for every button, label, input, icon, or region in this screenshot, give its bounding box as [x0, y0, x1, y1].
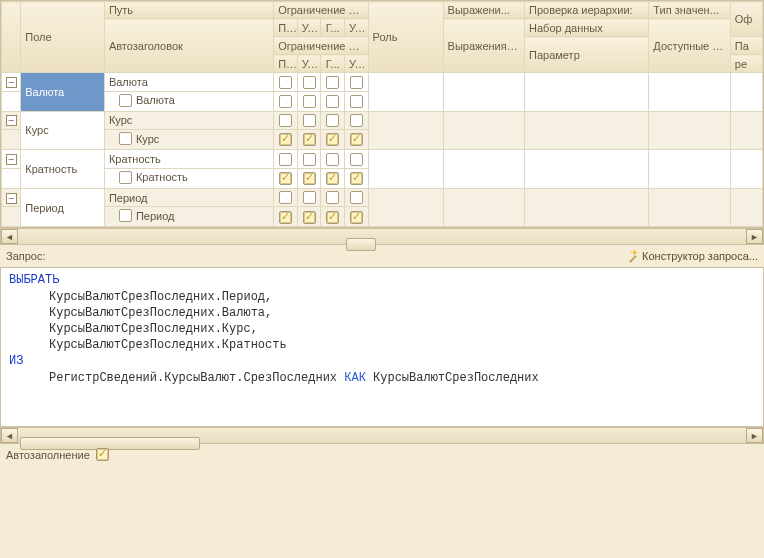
restrict-checkbox[interactable]: [279, 153, 292, 166]
restrict-checkbox[interactable]: [279, 172, 292, 185]
autofill-label: Автозаполнение: [6, 449, 90, 461]
fields-table: Поле Путь Ограничение поля Роль Выражени…: [0, 0, 764, 228]
col-role[interactable]: Роль: [368, 2, 443, 73]
code-hscroll[interactable]: ◄ ►: [0, 427, 764, 444]
expand-toggle[interactable]: −: [2, 73, 21, 92]
restrict-checkbox[interactable]: [303, 95, 316, 108]
field-name[interactable]: Кратность: [21, 150, 105, 189]
title-checkbox[interactable]: [119, 209, 132, 222]
col-avail[interactable]: Доступные значения: [649, 19, 730, 73]
col-re[interactable]: ре: [730, 55, 762, 73]
col-dataset[interactable]: Набор данных: [525, 19, 649, 37]
query-text[interactable]: ВЫБРАТЬ КурсыВалютСрезПоследних.Период, …: [0, 267, 764, 427]
title-checkbox[interactable]: [119, 171, 132, 184]
restrict-checkbox[interactable]: [279, 211, 292, 224]
restrict-checkbox[interactable]: [279, 191, 292, 204]
col-expr[interactable]: Выражени...: [443, 2, 524, 19]
title-checkbox[interactable]: [119, 132, 132, 145]
restrict-checkbox[interactable]: [279, 133, 292, 146]
query-constructor-button[interactable]: Конструктор запроса...: [624, 249, 758, 263]
restrict-checkbox[interactable]: [350, 76, 363, 89]
query-label: Запрос:: [6, 250, 46, 262]
restrict-checkbox[interactable]: [303, 76, 316, 89]
title-checkbox[interactable]: [119, 94, 132, 107]
svg-point-1: [633, 251, 637, 255]
field-name[interactable]: Курс: [21, 111, 105, 150]
path-cell[interactable]: Период: [104, 188, 273, 207]
restrict-checkbox[interactable]: [350, 133, 363, 146]
col-order[interactable]: Выражения упорядочив...: [443, 19, 524, 73]
restrict-checkbox[interactable]: [279, 76, 292, 89]
scroll-right-icon[interactable]: ►: [746, 229, 763, 244]
restrict-checkbox[interactable]: [350, 95, 363, 108]
restrict-checkbox[interactable]: [303, 172, 316, 185]
autotitle-cell[interactable]: Курс: [104, 130, 273, 150]
restrict-checkbox[interactable]: [326, 191, 339, 204]
path-cell[interactable]: Кратность: [104, 150, 273, 169]
expand-toggle[interactable]: −: [2, 150, 21, 169]
restrict-checkbox[interactable]: [303, 191, 316, 204]
restrict-checkbox[interactable]: [350, 153, 363, 166]
col-param[interactable]: Параметр: [525, 37, 649, 73]
wand-icon: [624, 249, 638, 263]
restrict-checkbox[interactable]: [303, 153, 316, 166]
autofill-checkbox[interactable]: [96, 448, 109, 461]
constructor-label: Конструктор запроса...: [642, 250, 758, 262]
restrict-checkbox[interactable]: [326, 76, 339, 89]
table-hscroll[interactable]: ◄ ►: [0, 228, 764, 245]
scroll-right-icon[interactable]: ►: [746, 428, 763, 443]
scroll-left-icon[interactable]: ◄: [1, 229, 18, 244]
col-of[interactable]: Оф: [730, 2, 762, 37]
restrict-checkbox[interactable]: [326, 172, 339, 185]
restrict-checkbox[interactable]: [279, 95, 292, 108]
autotitle-cell[interactable]: Кратность: [104, 168, 273, 188]
path-cell[interactable]: Курс: [104, 111, 273, 130]
restrict-checkbox[interactable]: [303, 211, 316, 224]
path-cell[interactable]: Валюта: [104, 73, 273, 92]
col-field[interactable]: Поле: [21, 2, 105, 73]
svg-rect-0: [629, 256, 636, 263]
restrict-checkbox[interactable]: [350, 172, 363, 185]
col-valtype[interactable]: Тип значен...: [649, 2, 730, 19]
col-path[interactable]: Путь: [104, 2, 273, 19]
col-rec-restrict[interactable]: Ограничение рек...: [274, 37, 368, 55]
restrict-checkbox[interactable]: [326, 211, 339, 224]
restrict-checkbox[interactable]: [303, 133, 316, 146]
expand-toggle[interactable]: −: [2, 188, 21, 207]
restrict-checkbox[interactable]: [303, 114, 316, 127]
restrict-checkbox[interactable]: [350, 191, 363, 204]
restrict-checkbox[interactable]: [350, 211, 363, 224]
restrict-checkbox[interactable]: [326, 133, 339, 146]
autotitle-cell[interactable]: Период: [104, 207, 273, 227]
restrict-checkbox[interactable]: [326, 153, 339, 166]
col-field-restrict[interactable]: Ограничение поля: [274, 2, 368, 19]
autotitle-cell[interactable]: Валюта: [104, 91, 273, 111]
restrict-checkbox[interactable]: [350, 114, 363, 127]
restrict-checkbox[interactable]: [279, 114, 292, 127]
col-pa[interactable]: Па: [730, 37, 762, 55]
restrict-checkbox[interactable]: [326, 114, 339, 127]
col-hier[interactable]: Проверка иерархии:: [525, 2, 649, 19]
restrict-checkbox[interactable]: [326, 95, 339, 108]
field-name[interactable]: Период: [21, 188, 105, 227]
scroll-left-icon[interactable]: ◄: [1, 428, 18, 443]
col-autotitle[interactable]: Автозаголовок: [104, 19, 273, 73]
expand-toggle[interactable]: −: [2, 111, 21, 130]
field-name[interactable]: Валюта: [21, 73, 105, 112]
